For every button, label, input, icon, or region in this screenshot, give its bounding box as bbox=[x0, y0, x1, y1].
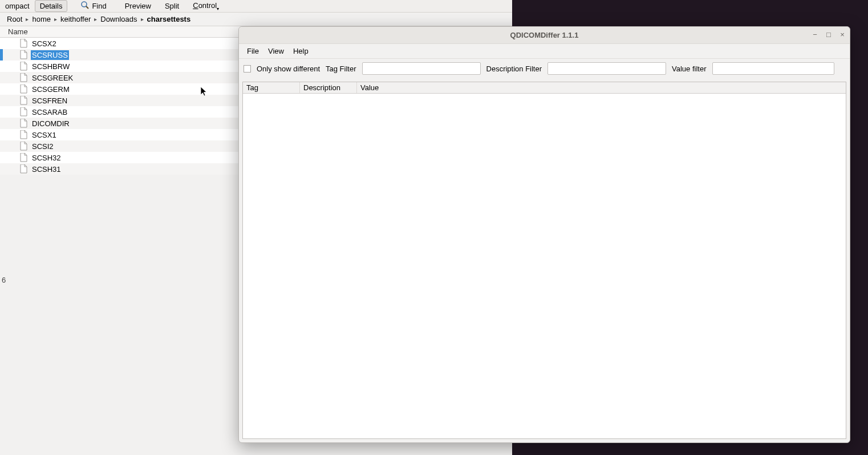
dicom-table: Tag Description Value bbox=[242, 82, 846, 439]
value-filter-input[interactable] bbox=[712, 62, 834, 75]
file-icon bbox=[19, 142, 27, 151]
mouse-cursor-icon bbox=[201, 87, 208, 97]
find-button[interactable]: Find bbox=[75, 0, 111, 13]
maximize-icon: □ bbox=[826, 30, 831, 39]
control-label: Control bbox=[193, 1, 217, 10]
file-name: SCSGERM bbox=[31, 84, 71, 94]
window-buttons: − □ × bbox=[811, 30, 846, 38]
side-label: 6 bbox=[2, 276, 6, 284]
file-icon bbox=[19, 50, 27, 59]
file-icon bbox=[19, 39, 27, 48]
file-name: SCSI2 bbox=[31, 142, 55, 151]
file-name: DICOMDIR bbox=[31, 119, 71, 128]
chevron-right-icon: ▸ bbox=[139, 16, 146, 22]
file-name: SCSHBRW bbox=[31, 62, 71, 71]
fm-toolbar: ompact Details Find Preview Split Contro… bbox=[0, 0, 512, 13]
minimize-icon: − bbox=[813, 30, 817, 39]
file-icon bbox=[19, 164, 27, 174]
file-name: SCSX2 bbox=[31, 39, 58, 49]
file-icon bbox=[19, 153, 27, 162]
control-button[interactable]: Control▾ bbox=[188, 0, 224, 13]
file-icon bbox=[19, 96, 27, 105]
filter-bar: Only show different Tag Filter Descripti… bbox=[239, 59, 850, 78]
description-filter-label: Description Filter bbox=[486, 65, 542, 73]
file-icon bbox=[19, 107, 27, 116]
column-header-value[interactable]: Value bbox=[357, 82, 846, 93]
file-name: SCSGREEK bbox=[31, 73, 74, 83]
value-filter-label: Value filter bbox=[672, 65, 706, 73]
window-title: QDICOMDiffer 1.1.1 bbox=[510, 31, 579, 39]
search-icon bbox=[80, 1, 90, 11]
file-icon bbox=[19, 130, 27, 139]
breadcrumb-user[interactable]: keithoffer bbox=[60, 15, 91, 23]
chevron-right-icon: ▸ bbox=[92, 16, 99, 22]
qdicomdiffer-window: QDICOMDiffer 1.1.1 − □ × File View Help … bbox=[238, 26, 850, 443]
menu-file[interactable]: File bbox=[242, 45, 263, 58]
close-button[interactable]: × bbox=[838, 30, 846, 38]
chevron-right-icon: ▸ bbox=[23, 16, 31, 22]
split-button[interactable]: Split bbox=[160, 0, 184, 12]
file-name: SCSX1 bbox=[31, 130, 58, 140]
menu-view[interactable]: View bbox=[263, 45, 289, 58]
file-name: SCSRUSS bbox=[31, 50, 69, 60]
file-name: SCSARAB bbox=[31, 107, 68, 117]
titlebar[interactable]: QDICOMDiffer 1.1.1 − □ × bbox=[239, 27, 850, 44]
tag-filter-label: Tag Filter bbox=[326, 65, 356, 73]
table-body[interactable] bbox=[243, 94, 846, 438]
breadcrumb-current[interactable]: charsettests bbox=[147, 15, 191, 23]
breadcrumb-root[interactable]: Root bbox=[7, 15, 22, 23]
menubar: File View Help bbox=[239, 44, 850, 59]
file-name: SCSFREN bbox=[31, 96, 68, 106]
file-icon bbox=[19, 73, 27, 82]
file-icon bbox=[19, 84, 27, 94]
column-header-description[interactable]: Description bbox=[300, 82, 357, 93]
file-icon bbox=[19, 62, 27, 71]
compact-button[interactable]: ompact bbox=[0, 0, 35, 12]
only-show-different-label[interactable]: Only show different bbox=[257, 65, 320, 73]
chevron-down-icon: ▾ bbox=[217, 6, 219, 11]
svg-line-1 bbox=[86, 6, 88, 9]
svg-point-0 bbox=[82, 2, 87, 7]
breadcrumb: Root ▸ home ▸ keithoffer ▸ Downloads ▸ c… bbox=[0, 13, 512, 26]
table-header: Tag Description Value bbox=[243, 82, 846, 94]
minimize-button[interactable]: − bbox=[811, 30, 819, 38]
file-icon bbox=[19, 119, 27, 128]
details-button[interactable]: Details bbox=[35, 0, 68, 12]
close-icon: × bbox=[840, 30, 845, 39]
breadcrumb-home[interactable]: home bbox=[32, 15, 51, 23]
preview-button[interactable]: Preview bbox=[120, 0, 156, 12]
maximize-button[interactable]: □ bbox=[825, 30, 833, 38]
find-label: Find bbox=[92, 2, 106, 10]
breadcrumb-downloads[interactable]: Downloads bbox=[100, 15, 137, 23]
menu-help[interactable]: Help bbox=[289, 45, 313, 58]
only-show-different-checkbox[interactable] bbox=[244, 65, 251, 73]
column-header-tag[interactable]: Tag bbox=[243, 82, 300, 93]
file-name: SCSH31 bbox=[31, 164, 62, 174]
tag-filter-input[interactable] bbox=[362, 62, 481, 75]
chevron-right-icon: ▸ bbox=[52, 16, 59, 22]
description-filter-input[interactable] bbox=[547, 62, 666, 75]
file-name: SCSH32 bbox=[31, 153, 62, 163]
